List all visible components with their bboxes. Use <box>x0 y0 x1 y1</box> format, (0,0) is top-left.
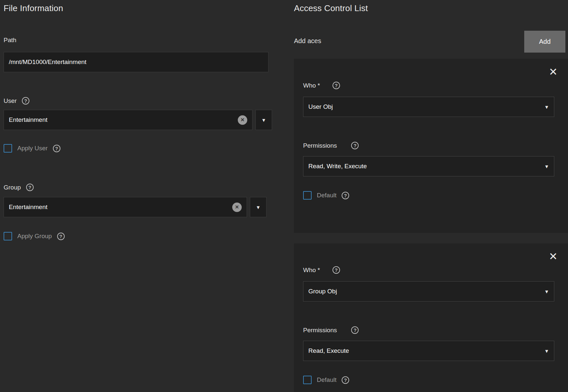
permissions-value: Read, Execute <box>308 347 349 354</box>
who-select[interactable]: Group Obj ▼ <box>303 281 554 302</box>
user-value: Entertainment <box>9 116 47 123</box>
help-icon[interactable]: ? <box>351 142 359 149</box>
help-icon[interactable]: ? <box>333 82 340 89</box>
ace-card: ✕ Who * ? User Obj ▼ Permissions ? Read,… <box>294 59 568 233</box>
user-dropdown-button[interactable]: ▼ <box>255 110 272 130</box>
close-icon[interactable]: ✕ <box>549 67 558 77</box>
apply-user-label: Apply User <box>17 145 48 152</box>
clear-icon[interactable]: ✕ <box>232 203 242 212</box>
permissions-value: Read, Write, Execute <box>308 163 367 170</box>
who-value: User Obj <box>308 103 333 110</box>
chevron-down-icon: ▼ <box>544 349 549 353</box>
file-information-title: File Information <box>4 3 63 13</box>
who-select[interactable]: User Obj ▼ <box>303 97 554 117</box>
help-icon[interactable]: ? <box>333 266 340 274</box>
add-ace-button[interactable]: Add <box>524 31 565 53</box>
access-control-list-title: Access Control List <box>294 3 368 13</box>
group-value: Entertainment <box>9 204 47 211</box>
who-label: Who * <box>303 82 320 89</box>
group-label: Group <box>4 184 21 191</box>
who-label: Who * <box>303 267 320 274</box>
apply-group-checkbox[interactable] <box>4 232 12 240</box>
apply-user-checkbox[interactable] <box>4 144 12 153</box>
path-value: /mnt/MD1000/Entertainment <box>9 58 87 66</box>
help-icon[interactable]: ? <box>342 376 349 384</box>
group-dropdown-button[interactable]: ▼ <box>250 197 267 217</box>
default-checkbox[interactable] <box>303 376 312 384</box>
default-checkbox[interactable] <box>303 191 312 200</box>
chevron-down-icon: ▼ <box>261 118 266 122</box>
close-icon[interactable]: ✕ <box>549 251 558 262</box>
chevron-down-icon: ▼ <box>544 164 549 169</box>
ace-card: ✕ Who * ? Group Obj ▼ Permissions ? Read… <box>294 243 568 392</box>
permissions-label: Permissions <box>303 142 337 149</box>
help-icon[interactable]: ? <box>22 97 29 105</box>
permissions-select[interactable]: Read, Execute ▼ <box>303 341 554 361</box>
help-icon[interactable]: ? <box>26 184 34 191</box>
chevron-down-icon: ▼ <box>544 105 549 109</box>
apply-group-label: Apply Group <box>17 233 52 240</box>
permissions-editor-page: File Information Path /mnt/MD1000/Entert… <box>0 0 568 392</box>
help-icon[interactable]: ? <box>53 145 60 152</box>
permissions-select[interactable]: Read, Write, Execute ▼ <box>303 156 554 176</box>
help-icon[interactable]: ? <box>351 326 359 334</box>
permissions-label: Permissions <box>303 327 337 334</box>
help-icon[interactable]: ? <box>342 192 349 199</box>
default-label: Default <box>317 376 336 384</box>
path-label: Path <box>4 37 16 44</box>
who-value: Group Obj <box>308 288 337 295</box>
help-icon[interactable]: ? <box>57 233 65 240</box>
user-label: User <box>4 97 17 105</box>
path-input[interactable]: /mnt/MD1000/Entertainment <box>4 52 268 72</box>
chevron-down-icon: ▼ <box>544 289 549 294</box>
chevron-down-icon: ▼ <box>256 205 261 210</box>
default-label: Default <box>317 192 336 199</box>
add-aces-label: Add aces <box>294 37 321 45</box>
group-input[interactable]: Entertainment ✕ <box>4 197 247 217</box>
clear-icon[interactable]: ✕ <box>238 115 247 125</box>
user-input[interactable]: Entertainment ✕ <box>4 110 252 130</box>
